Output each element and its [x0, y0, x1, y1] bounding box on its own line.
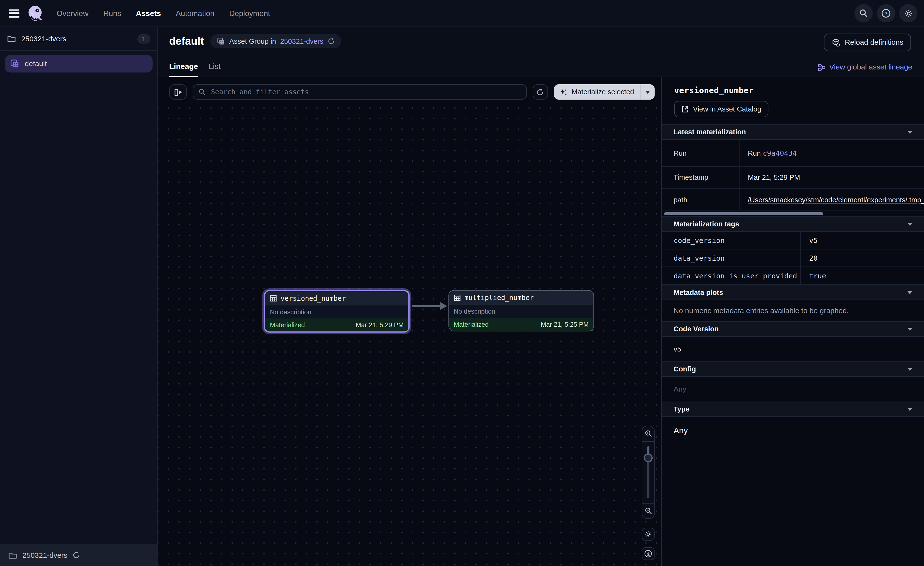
sidebar-footer: 250321-dvers — [0, 543, 158, 566]
graph-settings-button[interactable] — [642, 528, 654, 540]
folder-icon — [7, 35, 16, 42]
asset-group-icon — [217, 37, 225, 45]
settings-button[interactable] — [899, 4, 918, 23]
nav-automation[interactable]: Automation — [176, 9, 214, 18]
zoom-out-button[interactable] — [642, 503, 654, 518]
type-body: Any — [662, 417, 924, 444]
tag-value: v5 — [800, 232, 924, 249]
section-type[interactable]: Type — [662, 402, 924, 417]
graph-refresh-button[interactable] — [532, 84, 548, 99]
table-row: data_version_is_user_provided true — [662, 267, 924, 285]
lineage-edge — [410, 300, 448, 312]
sidebar-code-location[interactable]: 250321-dvers 1 — [0, 27, 158, 51]
asset-count-badge: 1 — [137, 34, 150, 44]
table-icon — [454, 294, 461, 301]
view-in-asset-catalog-button[interactable]: View in Asset Catalog — [674, 101, 768, 117]
node-header: multiplied_number — [449, 291, 594, 304]
zoom-slider-thumb[interactable] — [644, 453, 652, 462]
node-status-bar: Materialized Mar 21, 5:25 PM — [449, 318, 594, 331]
gear-icon — [904, 9, 913, 18]
zoom-in-icon — [644, 430, 652, 438]
zoom-slider — [642, 442, 654, 503]
pill-prefix: Asset Group in — [229, 37, 276, 45]
hamburger-menu-icon[interactable] — [9, 9, 20, 18]
zoom-control — [642, 426, 654, 519]
code-version-body: v5 — [662, 337, 924, 361]
nav-deployment[interactable]: Deployment — [229, 9, 270, 18]
zoom-in-button[interactable] — [642, 426, 654, 442]
page-title: default — [169, 35, 204, 47]
external-link-icon — [681, 105, 689, 113]
reload-definitions-button[interactable]: Reload definitions — [824, 33, 911, 51]
download-icon — [644, 549, 652, 558]
materialization-time: Mar 21, 5:25 PM — [541, 321, 588, 328]
code-location-link[interactable]: 250321-dvers — [280, 37, 323, 45]
view-global-asset-lineage-link[interactable]: View global asset lineage — [818, 63, 912, 71]
scrollbar-thumb[interactable] — [664, 212, 823, 215]
page-header: default Asset Group in 250321-dvers — [158, 27, 924, 77]
tag-value: true — [800, 267, 924, 284]
code-location-name: 250321-dvers — [21, 35, 66, 43]
run-id-link[interactable]: c9a40434 — [763, 149, 797, 157]
section-latest-materialization[interactable]: Latest materialization — [662, 124, 924, 140]
asset-group-pill[interactable]: Asset Group in 250321-dvers — [210, 34, 341, 48]
section-code-version[interactable]: Code Version — [662, 321, 924, 337]
tag-key: data_version — [662, 254, 800, 262]
asset-node-versioned-number[interactable]: versioned_number No description Material… — [264, 290, 410, 333]
materialize-dropdown[interactable] — [640, 84, 655, 99]
tab-lineage[interactable]: Lineage — [169, 62, 198, 77]
asset-node-multiplied-number[interactable]: multiplied_number No description Materia… — [448, 290, 594, 331]
dagster-logo[interactable] — [26, 4, 44, 23]
top-nav: Overview Runs Assets Automation Deployme… — [0, 0, 924, 27]
graph-canvas[interactable] — [158, 106, 662, 566]
chevron-down-icon — [908, 408, 912, 411]
nav-assets[interactable]: Assets — [136, 9, 161, 18]
tag-key: data_version_is_user_provided — [662, 272, 800, 280]
search-input[interactable] — [210, 87, 521, 97]
horizontal-scrollbar — [662, 211, 924, 217]
help-button[interactable]: ? — [877, 4, 895, 23]
section-config[interactable]: Config — [662, 361, 924, 377]
materialize-selected-button[interactable]: Materialize selected — [554, 84, 655, 99]
status-badge: Materialized — [270, 321, 305, 328]
path-link[interactable]: /Users/smackesey/stm/code/elementl/exper… — [748, 196, 924, 204]
tab-list[interactable]: List — [209, 62, 220, 77]
view-in-asset-catalog-label: View in Asset Catalog — [693, 105, 761, 113]
lineage-graph-icon — [818, 63, 826, 71]
sidebar: 250321-dvers 1 default 250321-dvers — [0, 27, 158, 566]
metadata-plots-body: No numeric metadata entries available to… — [662, 300, 924, 321]
chevron-down-icon — [645, 90, 650, 93]
row-label: Run — [662, 149, 739, 157]
expand-sidebar-button[interactable] — [169, 84, 187, 99]
search-icon — [199, 89, 206, 95]
chevron-down-icon — [908, 223, 912, 226]
folder-icon — [8, 551, 17, 559]
app-root: Overview Runs Assets Automation Deployme… — [0, 0, 924, 566]
table-row: Run Run c9a40434 — [662, 140, 924, 167]
chevron-down-icon — [908, 327, 912, 330]
sparkle-icon — [560, 88, 568, 96]
refresh-icon[interactable] — [73, 551, 81, 559]
asset-group-icon — [10, 59, 20, 69]
tag-value: 20 — [800, 250, 924, 266]
node-header: versioned_number — [265, 291, 408, 305]
download-image-button[interactable] — [642, 547, 654, 560]
section-metadata-plots[interactable]: Metadata plots — [662, 285, 924, 300]
nav-actions: ? — [855, 4, 918, 23]
lineage-graph: Materialize selected versioned_number No… — [158, 77, 662, 566]
materialize-main[interactable]: Materialize selected — [554, 88, 640, 96]
sidebar-item-default[interactable]: default — [4, 55, 153, 73]
section-materialization-tags[interactable]: Materialization tags — [662, 217, 924, 232]
primary-nav: Overview Runs Assets Automation Deployme… — [57, 9, 270, 18]
refresh-icon[interactable] — [327, 38, 334, 45]
nav-runs[interactable]: Runs — [103, 9, 121, 18]
node-description: No description — [449, 304, 594, 318]
table-icon — [270, 294, 277, 301]
graph-toolbar: Materialize selected — [169, 84, 655, 99]
row-value: Run c9a40434 — [739, 140, 924, 166]
chevron-down-icon — [908, 131, 912, 134]
search-button[interactable] — [855, 4, 873, 23]
nav-overview[interactable]: Overview — [57, 9, 88, 18]
svg-text:?: ? — [884, 11, 888, 17]
footer-code-location-name: 250321-dvers — [22, 551, 68, 559]
